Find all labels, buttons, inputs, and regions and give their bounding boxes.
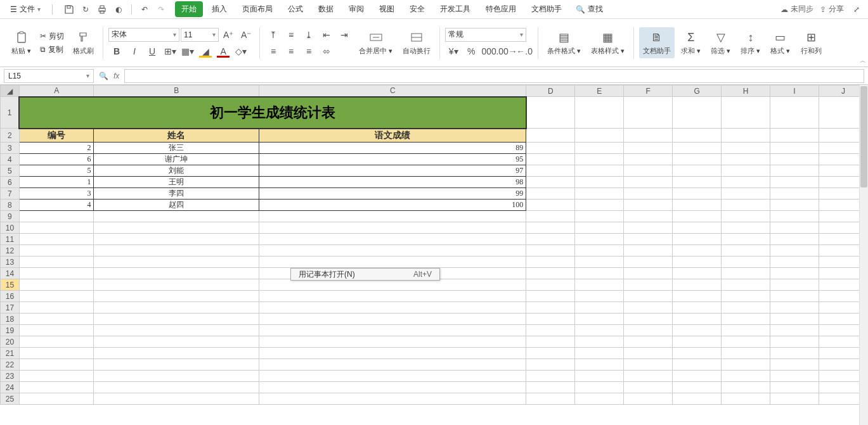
thousands-button[interactable]: 000 xyxy=(481,44,497,58)
wrap-text-button[interactable]: 自动换行 xyxy=(399,27,434,58)
sum-button[interactable]: Σ求和 ▾ xyxy=(677,27,704,58)
cell[interactable] xyxy=(526,129,575,143)
cell[interactable] xyxy=(259,222,526,234)
cell[interactable] xyxy=(770,165,819,177)
row-header[interactable]: 23 xyxy=(1,371,20,382)
cell[interactable] xyxy=(526,393,575,405)
col-header-B[interactable]: B xyxy=(94,86,259,97)
currency-button[interactable]: ¥▾ xyxy=(445,44,462,58)
cell[interactable] xyxy=(722,188,770,200)
cell[interactable] xyxy=(526,165,575,177)
fx-icon[interactable]: fx xyxy=(113,72,119,80)
row-header[interactable]: 2 xyxy=(1,129,20,143)
tab-页面布局[interactable]: 页面布局 xyxy=(236,1,279,17)
cell[interactable]: 赵四 xyxy=(94,200,259,211)
cell[interactable] xyxy=(19,222,94,234)
cell[interactable] xyxy=(770,177,819,188)
cell[interactable] xyxy=(624,177,673,188)
cell[interactable] xyxy=(722,245,770,257)
cell[interactable] xyxy=(575,129,624,143)
print-icon[interactable] xyxy=(96,3,108,16)
cell[interactable]: 谢广坤 xyxy=(94,154,259,165)
cell[interactable] xyxy=(575,268,624,279)
cell[interactable] xyxy=(575,177,624,188)
row-header[interactable]: 10 xyxy=(1,222,20,234)
row-header[interactable]: 20 xyxy=(1,336,20,348)
cell[interactable] xyxy=(94,348,259,359)
cell[interactable] xyxy=(259,325,526,336)
cell[interactable] xyxy=(94,359,259,371)
cell[interactable] xyxy=(722,371,770,382)
cell[interactable] xyxy=(526,382,575,393)
cell[interactable] xyxy=(770,129,819,143)
cell[interactable] xyxy=(19,325,94,336)
cell[interactable] xyxy=(526,97,575,129)
cell[interactable] xyxy=(673,325,722,336)
cell[interactable] xyxy=(94,245,259,257)
cell[interactable] xyxy=(673,291,722,302)
cell[interactable] xyxy=(722,129,770,143)
cell[interactable]: 97 xyxy=(259,165,526,177)
cell[interactable] xyxy=(673,314,722,325)
font-color-button[interactable]: A xyxy=(215,44,231,58)
cell[interactable] xyxy=(770,268,819,279)
more-icon[interactable]: ⤢ xyxy=(850,3,863,16)
indent-decrease-button[interactable]: ⇤ xyxy=(318,28,335,42)
save-icon[interactable] xyxy=(63,3,75,16)
cell[interactable] xyxy=(526,245,575,257)
cell[interactable] xyxy=(722,97,770,129)
col-header-A[interactable]: A xyxy=(19,86,94,97)
cell[interactable] xyxy=(673,302,722,314)
cell[interactable] xyxy=(575,302,624,314)
cell[interactable] xyxy=(770,200,819,211)
cell[interactable] xyxy=(575,359,624,371)
tab-开发工具[interactable]: 开发工具 xyxy=(434,1,477,17)
cell[interactable] xyxy=(722,336,770,348)
cell[interactable] xyxy=(624,291,673,302)
cell[interactable] xyxy=(673,129,722,143)
table-style-button[interactable]: ▦表格样式 ▾ xyxy=(587,27,628,58)
cell[interactable] xyxy=(722,154,770,165)
cell[interactable] xyxy=(624,348,673,359)
cell[interactable] xyxy=(259,234,526,245)
cell[interactable] xyxy=(673,177,722,188)
tab-安全[interactable]: 安全 xyxy=(403,1,431,17)
cell[interactable] xyxy=(94,268,259,279)
cell[interactable]: 95 xyxy=(259,154,526,165)
tab-视图[interactable]: 视图 xyxy=(373,1,401,17)
cell[interactable] xyxy=(575,211,624,222)
cell[interactable] xyxy=(94,257,259,268)
cell[interactable] xyxy=(526,177,575,188)
format-painter-button[interactable]: 格式刷 xyxy=(69,27,98,58)
cell[interactable] xyxy=(673,257,722,268)
header-cell[interactable]: 编号 xyxy=(19,129,94,143)
cell[interactable] xyxy=(624,268,673,279)
border-button[interactable]: ⊞▾ xyxy=(162,44,178,58)
cell[interactable] xyxy=(770,143,819,154)
search-button[interactable]: 🔍 查找 xyxy=(576,4,603,15)
tab-公式[interactable]: 公式 xyxy=(282,1,309,17)
cell[interactable] xyxy=(673,371,722,382)
zoom-icon[interactable]: 🔍 xyxy=(99,72,108,80)
print-preview-icon[interactable]: ◐ xyxy=(112,3,125,16)
col-header-H[interactable]: H xyxy=(722,86,770,97)
cell[interactable] xyxy=(673,200,722,211)
cell[interactable] xyxy=(624,143,673,154)
align-right-button[interactable]: ≡ xyxy=(301,44,317,58)
cell[interactable]: 4 xyxy=(19,200,94,211)
cell[interactable] xyxy=(94,314,259,325)
cell[interactable] xyxy=(575,393,624,405)
cut-button[interactable]: ✂剪切 xyxy=(37,30,67,42)
cell[interactable] xyxy=(526,359,575,371)
header-cell[interactable]: 语文成绩 xyxy=(259,129,526,143)
cell[interactable] xyxy=(19,348,94,359)
align-bottom-button[interactable]: ⤓ xyxy=(301,28,317,42)
cell[interactable] xyxy=(673,279,722,291)
align-left-button[interactable]: ≡ xyxy=(265,44,282,58)
cell[interactable] xyxy=(526,336,575,348)
cell[interactable] xyxy=(19,211,94,222)
cell[interactable] xyxy=(259,211,526,222)
cell[interactable] xyxy=(575,325,624,336)
cell[interactable] xyxy=(94,393,259,405)
cell[interactable] xyxy=(624,154,673,165)
